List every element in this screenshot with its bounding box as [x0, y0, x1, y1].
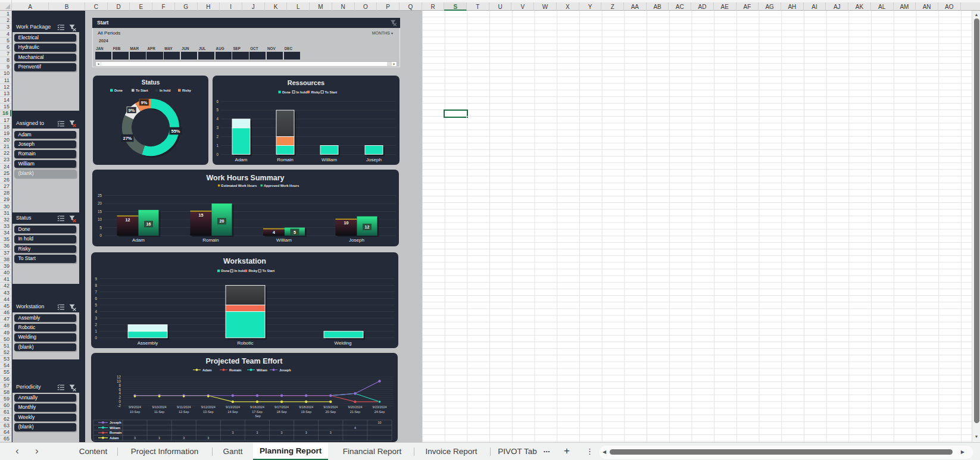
svg-text:4: 4: [273, 230, 275, 234]
svg-text:17-Sep: 17-Sep: [252, 409, 262, 413]
svg-text:10: 10: [344, 221, 348, 225]
svg-text:2: 2: [95, 323, 97, 327]
svg-text:4: 4: [354, 425, 355, 429]
svg-text:20-Sep: 20-Sep: [325, 409, 335, 413]
svg-text:15: 15: [97, 209, 102, 214]
svg-text:William: William: [276, 237, 292, 243]
svg-text:3: 3: [305, 431, 307, 434]
svg-text:8: 8: [95, 283, 97, 287]
svg-text:15: 15: [198, 213, 203, 217]
svg-text:9/20/2024: 9/20/2024: [348, 405, 362, 408]
svg-text:20: 20: [97, 201, 102, 205]
svg-text:4: 4: [118, 391, 121, 395]
svg-text:9/23/2024: 9/23/2024: [372, 405, 386, 408]
svg-text:21-Sep: 21-Sep: [349, 409, 360, 413]
svg-text:5: 5: [99, 226, 102, 230]
svg-text:Risky: Risky: [311, 90, 321, 94]
svg-text:3: 3: [134, 436, 136, 439]
svg-text:Done: Done: [114, 89, 123, 92]
svg-text:3: 3: [158, 436, 160, 439]
svg-text:10: 10: [97, 217, 102, 221]
svg-text:In hold: In hold: [297, 90, 308, 94]
svg-text:27%: 27%: [123, 136, 132, 141]
svg-text:Joseph: Joseph: [279, 368, 291, 371]
svg-text:13-Sep: 13-Sep: [203, 409, 213, 413]
svg-text:3: 3: [183, 436, 185, 439]
svg-text:16: 16: [146, 222, 151, 226]
svg-text:11-Sep: 11-Sep: [154, 409, 164, 413]
svg-text:9/16/2024: 9/16/2024: [250, 405, 264, 408]
svg-text:Sep: Sep: [255, 414, 261, 418]
svg-text:Romain: Romain: [277, 157, 294, 162]
svg-text:1: 1: [95, 329, 97, 333]
svg-text:Work Hours Summary: Work Hours Summary: [206, 174, 284, 182]
svg-text:Adam: Adam: [132, 237, 145, 243]
svg-text:Welding: Welding: [335, 340, 352, 346]
svg-text:Risky: Risky: [249, 269, 258, 273]
svg-text:3: 3: [207, 436, 209, 439]
svg-text:To Start: To Start: [263, 269, 275, 273]
svg-text:4: 4: [216, 117, 219, 121]
svg-text:2: 2: [118, 395, 121, 399]
svg-text:9/18/2024: 9/18/2024: [299, 405, 313, 408]
svg-text:Adam: Adam: [110, 436, 119, 439]
svg-text:Ressources: Ressources: [288, 79, 324, 86]
svg-text:9/17/2024: 9/17/2024: [274, 405, 289, 408]
svg-text:6: 6: [216, 99, 219, 104]
svg-text:25: 25: [97, 193, 102, 198]
svg-text:Romain: Romain: [202, 237, 219, 243]
svg-text:In hold: In hold: [160, 89, 171, 92]
svg-text:-2: -2: [117, 403, 121, 408]
svg-text:Risky: Risky: [182, 89, 192, 92]
svg-text:14-Sep: 14-Sep: [227, 409, 238, 413]
svg-text:9%: 9%: [141, 100, 148, 105]
svg-text:0: 0: [95, 336, 97, 340]
svg-text:4: 4: [95, 309, 97, 314]
svg-text:9/13/2024: 9/13/2024: [225, 405, 239, 408]
svg-text:Wiliam: Wiliam: [110, 425, 120, 429]
svg-text:9%: 9%: [129, 108, 135, 113]
svg-text:6: 6: [118, 387, 121, 391]
svg-text:20: 20: [219, 219, 224, 223]
svg-text:3: 3: [216, 126, 219, 130]
svg-text:19-Sep: 19-Sep: [301, 409, 311, 413]
svg-text:Estimated Work Hours: Estimated Work Hours: [221, 184, 257, 187]
svg-text:William: William: [322, 157, 337, 162]
svg-text:5: 5: [294, 230, 296, 234]
svg-text:12: 12: [125, 218, 130, 222]
svg-text:3: 3: [280, 431, 282, 434]
svg-text:0: 0: [118, 399, 121, 403]
svg-text:Adam: Adam: [202, 368, 212, 371]
svg-text:In hold: In hold: [235, 269, 246, 273]
svg-text:Joseph: Joseph: [366, 157, 382, 162]
svg-text:Status: Status: [142, 79, 160, 86]
svg-text:9/9/2024: 9/9/2024: [129, 405, 141, 408]
svg-text:9/11/2024: 9/11/2024: [176, 405, 191, 408]
svg-text:18-Sep: 18-Sep: [276, 409, 286, 413]
svg-text:Robotic: Robotic: [237, 340, 253, 346]
svg-text:12: 12: [116, 374, 121, 378]
svg-text:9/10/2024: 9/10/2024: [152, 405, 166, 408]
svg-text:1: 1: [216, 143, 219, 148]
svg-text:Romain: Romain: [229, 368, 242, 371]
svg-text:Done: Done: [282, 90, 291, 94]
svg-text:9/12/2024: 9/12/2024: [201, 405, 215, 408]
svg-text:Romain: Romain: [110, 431, 122, 434]
svg-text:7: 7: [95, 290, 97, 294]
svg-text:9/19/2024: 9/19/2024: [323, 405, 338, 408]
svg-text:3: 3: [329, 431, 331, 434]
svg-text:To Start: To Start: [136, 89, 148, 92]
svg-text:3: 3: [232, 431, 233, 434]
svg-text:Joseph: Joseph: [349, 237, 364, 243]
svg-text:2: 2: [216, 134, 219, 139]
svg-text:5: 5: [95, 303, 97, 307]
svg-text:6: 6: [95, 296, 97, 301]
svg-text:Workstation: Workstation: [223, 257, 266, 265]
svg-text:12-Sep: 12-Sep: [179, 409, 189, 413]
svg-text:10-Sep: 10-Sep: [129, 409, 139, 413]
svg-text:Approved Work Hours: Approved Work Hours: [264, 184, 299, 187]
svg-text:3: 3: [95, 316, 97, 320]
svg-text:To Start: To Start: [325, 90, 338, 94]
svg-text:24-Sep: 24-Sep: [374, 409, 384, 413]
svg-text:Done: Done: [221, 269, 230, 273]
